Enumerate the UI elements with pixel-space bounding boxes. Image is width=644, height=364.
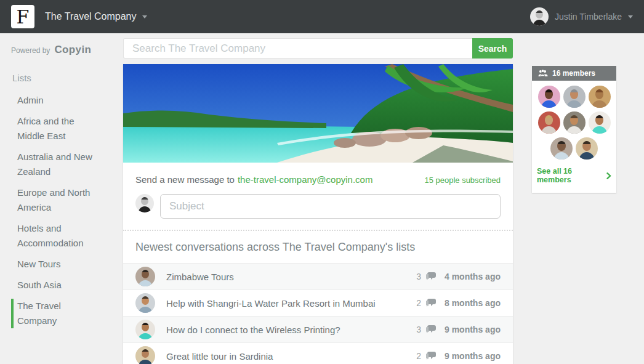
company-logo[interactable]: F bbox=[11, 5, 34, 28]
main-content: Search bbox=[123, 33, 513, 364]
speech-bubbles-icon bbox=[426, 299, 437, 307]
conversation-avatar bbox=[135, 320, 155, 339]
conversation-time: 9 months ago bbox=[441, 325, 501, 334]
conversation-title: How do I connect to the Wireless Printin… bbox=[166, 325, 340, 335]
copyin-brand[interactable]: Copyin bbox=[54, 44, 91, 56]
powered-by-label: Powered by bbox=[11, 46, 50, 55]
members-card: See all 16 members bbox=[532, 81, 616, 193]
conversations-heading: Newest conversations across The Travel C… bbox=[123, 230, 513, 263]
member-avatar[interactable] bbox=[589, 86, 611, 108]
conversation-avatar bbox=[135, 267, 155, 286]
caret-down-icon bbox=[142, 15, 147, 18]
workspace-title: The Travel Company bbox=[45, 11, 137, 22]
speech-bubbles-icon bbox=[426, 352, 437, 360]
caret-down-icon bbox=[628, 15, 633, 18]
lists-section-title: Lists bbox=[12, 73, 123, 83]
members-header: 16 members bbox=[532, 66, 616, 81]
conversation-time: 4 months ago bbox=[441, 272, 501, 281]
list-card: Send a new message to the-travel-company… bbox=[123, 64, 513, 364]
conversation-time: 8 months ago bbox=[441, 298, 501, 308]
members-panel: 16 members See all 16 members bbox=[532, 66, 616, 193]
comment-count: 2 bbox=[416, 351, 421, 361]
speech-bubbles-icon bbox=[426, 325, 437, 334]
sidebar: Powered by Copyin Lists Admin Africa and… bbox=[0, 33, 123, 364]
compose-user-avatar bbox=[135, 194, 154, 212]
search-button[interactable]: Search bbox=[472, 38, 513, 59]
search-input[interactable] bbox=[123, 38, 472, 59]
member-avatar[interactable] bbox=[563, 86, 586, 108]
speech-bubbles-icon bbox=[426, 272, 437, 281]
sidebar-item-hotels-accommodation[interactable]: Hotels and Accommodation bbox=[11, 221, 96, 251]
list-email-link[interactable]: the-travel-company@copyin.com bbox=[238, 174, 372, 185]
comment-count: 3 bbox=[416, 325, 421, 334]
user-name: Justin Timberlake bbox=[555, 12, 622, 22]
compose-section: Send a new message to the-travel-company… bbox=[123, 163, 513, 230]
chevron-right-icon bbox=[606, 172, 611, 179]
conversation-title: Help with Shangri-La Water Park Resort i… bbox=[166, 298, 376, 309]
members-count: 16 members bbox=[552, 69, 595, 78]
sidebar-item-australia-new-zealand[interactable]: Australia and New Zealand bbox=[11, 150, 96, 179]
members-group-icon bbox=[538, 70, 548, 77]
see-all-members-label: See all 16 members bbox=[537, 167, 605, 184]
members-avatar-grid bbox=[532, 86, 616, 160]
member-avatar[interactable] bbox=[576, 137, 598, 160]
powered-by: Powered by Copyin bbox=[11, 44, 123, 56]
conversation-row[interactable]: Great little tour in Sardinia 2 9 months… bbox=[123, 342, 513, 364]
workspace-switcher[interactable]: The Travel Company bbox=[45, 11, 147, 22]
member-avatar[interactable] bbox=[538, 111, 560, 134]
conversation-avatar bbox=[135, 293, 155, 313]
user-menu[interactable]: Justin Timberlake bbox=[530, 7, 633, 26]
user-avatar bbox=[530, 7, 549, 26]
conversation-time: 9 months ago bbox=[441, 351, 501, 361]
hero-beach-image bbox=[123, 64, 513, 163]
subscribed-count: 15 people subscribed bbox=[424, 176, 501, 185]
top-bar: F The Travel Company Justin Timberlake bbox=[0, 0, 644, 33]
conversation-title: Great little tour in Sardinia bbox=[166, 351, 273, 362]
see-all-members-link[interactable]: See all 16 members bbox=[532, 160, 616, 189]
search-bar: Search bbox=[123, 38, 513, 59]
member-avatar[interactable] bbox=[589, 111, 611, 134]
sidebar-item-south-asia[interactable]: South Asia bbox=[11, 278, 96, 293]
sidebar-item-new-tours[interactable]: New Tours bbox=[11, 257, 96, 272]
member-avatar[interactable] bbox=[563, 111, 586, 134]
conversation-row[interactable]: Help with Shangri-La Water Park Resort i… bbox=[123, 289, 513, 316]
conversation-title: Zimbabwe Tours bbox=[166, 272, 234, 282]
sidebar-item-admin[interactable]: Admin bbox=[11, 93, 96, 108]
lists-nav: Admin Africa and the Middle East Austral… bbox=[0, 93, 123, 328]
comment-count: 3 bbox=[416, 272, 421, 281]
conversation-avatar bbox=[135, 346, 155, 364]
subject-input[interactable] bbox=[160, 194, 501, 219]
sidebar-item-europe-north-america[interactable]: Europe and North America bbox=[11, 185, 96, 215]
member-avatar[interactable] bbox=[538, 86, 560, 108]
comment-count: 2 bbox=[416, 298, 421, 308]
sidebar-item-africa-middle-east[interactable]: Africa and the Middle East bbox=[11, 114, 96, 144]
conversation-row[interactable]: Zimbabwe Tours 3 4 months ago bbox=[123, 263, 513, 289]
member-avatar[interactable] bbox=[550, 137, 573, 160]
conversation-row[interactable]: How do I connect to the Wireless Printin… bbox=[123, 316, 513, 342]
compose-prompt: Send a new message to bbox=[135, 174, 235, 185]
sidebar-item-the-travel-company[interactable]: The Travel Company bbox=[11, 299, 96, 328]
